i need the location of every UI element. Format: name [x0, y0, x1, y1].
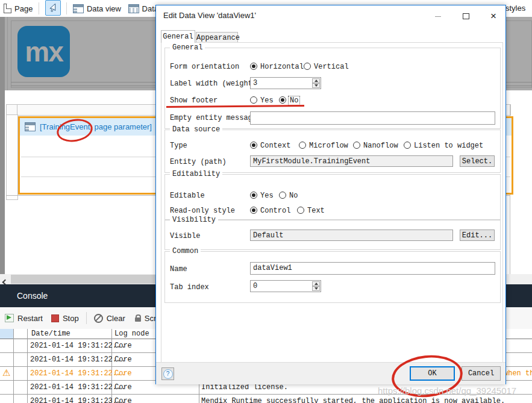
radio-vertical-label[interactable]: Vertical	[314, 63, 349, 71]
type-label: Type	[170, 142, 187, 150]
log-row-datetime[interactable]: 2021-01-14 19:31:22...	[30, 383, 125, 392]
tab-index-value: 0	[253, 282, 257, 290]
data-view-icon	[25, 122, 36, 131]
tab-general[interactable]: General	[161, 30, 195, 43]
label-width-input[interactable]: 3	[250, 77, 321, 89]
group-common: Common Name dataView1 Tab index 0	[164, 251, 501, 303]
column-header-lognode[interactable]: Log node	[114, 330, 149, 338]
radio-editable-yes[interactable]	[250, 192, 257, 199]
edit-data-view-dialog: Edit Data View 'dataView1' × General App…	[155, 5, 506, 384]
log-row-datetime[interactable]: 2021-01-14 19:31:22...	[30, 342, 125, 350]
radio-horizontal[interactable]	[250, 63, 257, 70]
column-header-datetime[interactable]: Date/time	[31, 330, 70, 338]
log-row-datetime[interactable]: 2021-01-14 19:31:22...	[30, 369, 125, 378]
radio-nanoflow-label[interactable]: Nanoflow	[363, 142, 398, 150]
log-row-message-fragment[interactable]: when the	[504, 369, 532, 378]
radio-editable-yes-label[interactable]: Yes	[260, 192, 274, 200]
radio-footer-yes[interactable]	[250, 96, 257, 104]
add-data-view-button[interactable]: Data view	[73, 0, 121, 17]
maximize-button[interactable]	[456, 9, 475, 23]
new-page-button[interactable]: Page	[4, 0, 33, 17]
dialog-title: Edit Data View 'dataView1'	[163, 11, 256, 20]
tab-index-input[interactable]: 0	[250, 280, 321, 292]
tab-index-stepper[interactable]	[312, 281, 320, 291]
cancel-button[interactable]: Cancel	[462, 366, 501, 381]
stepper-up-button[interactable]	[312, 281, 320, 286]
radio-horizontal-label[interactable]: Horizontal	[260, 63, 304, 71]
radio-nanoflow[interactable]	[353, 142, 360, 149]
radio-context[interactable]	[250, 142, 257, 149]
clear-icon	[94, 314, 103, 323]
restart-button[interactable]: Restart	[5, 314, 43, 323]
console-title: Console	[17, 291, 48, 301]
minimize-button[interactable]	[428, 9, 448, 23]
table-corner-cell	[0, 329, 13, 339]
stepper-up-button[interactable]	[312, 78, 320, 83]
radio-microflow[interactable]	[299, 142, 306, 149]
data-view-icon	[73, 4, 84, 13]
toolbar-separator	[86, 312, 87, 324]
log-row-datetime[interactable]: 2021-01-14 19:31:22...	[30, 355, 125, 364]
tab-appearance[interactable]: Appearance	[196, 32, 238, 43]
radio-listen-to-widget[interactable]	[404, 142, 411, 149]
log-row-datetime[interactable]: 2021-01-14 19:31:23...	[30, 397, 125, 403]
log-row-node[interactable]: Core	[114, 397, 132, 403]
radio-footer-no-label[interactable]: No	[289, 96, 299, 105]
radio-context-label[interactable]: Context	[260, 142, 290, 150]
tab-index-label: Tab index	[170, 283, 209, 292]
radio-vertical[interactable]	[304, 63, 311, 70]
log-row-node[interactable]: Core	[114, 369, 132, 378]
log-row-node[interactable]: Core	[114, 355, 132, 364]
visible-label: Visible	[170, 232, 200, 240]
toolbar-separator	[39, 2, 39, 14]
radio-microflow-label[interactable]: Microflow	[309, 142, 348, 150]
cursor-icon	[48, 3, 57, 13]
radio-text-label[interactable]: Text	[307, 207, 325, 215]
radio-editable-no[interactable]	[279, 192, 286, 199]
group-visibility-legend: Visibility	[170, 216, 218, 224]
radio-editable-no-label[interactable]: No	[289, 192, 298, 200]
toolbar-separator	[66, 2, 67, 14]
log-row-node[interactable]: Core	[114, 342, 132, 350]
stepper-down-button[interactable]	[312, 83, 320, 88]
name-label: Name	[170, 265, 187, 273]
log-row-message[interactable]: Initialized license.	[201, 383, 288, 392]
empty-entity-message-input[interactable]	[250, 111, 495, 125]
edit-visibility-button[interactable]: Edit...	[460, 230, 495, 241]
log-row-node[interactable]: Core	[114, 383, 132, 392]
left-edge-strip	[0, 17, 5, 274]
app-window: Page Data view Data grid styles mx	[0, 0, 532, 403]
radio-footer-yes-label[interactable]: Yes	[260, 96, 274, 105]
watermark: https://blog.csdn.net/qq_39245017	[378, 386, 516, 396]
label-width-stepper[interactable]	[312, 78, 320, 88]
show-footer-label: Show footer	[170, 96, 217, 105]
radio-footer-no[interactable]	[279, 96, 286, 104]
styles-button-fragment[interactable]: styles	[505, 4, 525, 13]
restart-icon	[5, 314, 14, 322]
restart-label: Restart	[17, 314, 43, 323]
radio-listen-to-widget-label[interactable]: Listen to widget	[414, 142, 483, 150]
log-row-message[interactable]: Mendix Runtime successfully started, the…	[201, 397, 505, 403]
radio-control[interactable]	[250, 207, 257, 214]
stop-button[interactable]: Stop	[51, 314, 79, 323]
data-view-button-label: Data view	[87, 4, 121, 13]
stop-icon	[51, 314, 59, 322]
select-tool-button[interactable]	[45, 0, 61, 16]
warning-icon: ⚠	[2, 367, 10, 378]
minimize-icon	[435, 16, 441, 17]
select-entity-button[interactable]: Select.	[460, 155, 495, 167]
clear-button[interactable]: Clear	[94, 314, 125, 323]
name-input[interactable]: dataView1	[250, 262, 495, 275]
help-button[interactable]: ?	[161, 367, 174, 380]
stepper-down-button[interactable]	[312, 286, 320, 291]
label-width-label: Label width (weight)	[170, 80, 257, 88]
arrow-down-icon	[315, 287, 318, 290]
readonly-style-label: Read-only style	[170, 207, 235, 215]
lock-icon	[135, 317, 141, 322]
radio-control-label[interactable]: Control	[260, 207, 290, 215]
radio-text[interactable]	[297, 207, 304, 214]
entity-path-field: MyFirstModule.TrainingEvent	[250, 155, 453, 167]
group-visibility: Visibility Visible Default Edit...	[164, 220, 501, 250]
arrow-up-icon	[315, 283, 318, 285]
close-button[interactable]: ×	[484, 9, 503, 23]
